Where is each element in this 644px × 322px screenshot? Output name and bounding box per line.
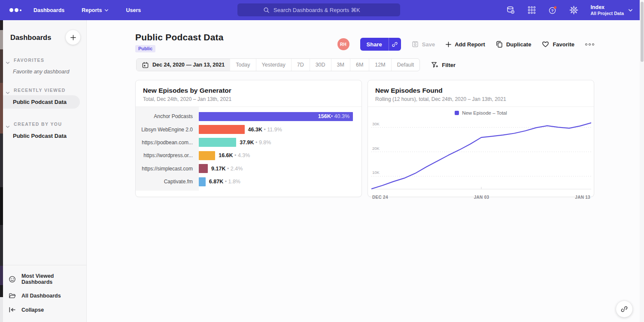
save-icon [412,41,419,48]
chevron-down-icon [6,58,10,62]
plus-icon [446,42,451,47]
x-axis-tick-label: DEC 24 [372,195,388,200]
gear-icon[interactable] [569,6,578,15]
nav-item-users[interactable]: Users [126,7,141,13]
bar-percent: • 4.3% [233,152,250,158]
footer-item-all-dashboards[interactable]: All Dashboards [0,289,86,303]
bar-percent: • 1.8% [223,179,240,185]
help-icon[interactable]: ? [548,6,557,15]
project-switcher[interactable]: Index All Project Data [590,4,633,16]
bar-row-https-podbean-com: https://podbean.com...37.9K • 9.8% [136,136,361,149]
public-badge: Public [135,45,155,52]
bar-card-title: New Episodes by Generator [143,87,354,94]
sliver-segment [0,134,3,187]
app-logo[interactable] [9,8,21,12]
bar-fill[interactable] [199,177,206,186]
collapse-icon [9,306,16,313]
line-series[interactable] [371,123,591,189]
bar-track: 46.3K • 11.9% [199,125,361,134]
logo-dot [20,9,21,11]
x-axis-labels: DEC 24JAN 03JAN 13 [368,193,594,200]
footer-item-label: Collapse [21,307,44,313]
date-preset-default[interactable]: Default [391,59,420,71]
nav-item-reports[interactable]: Reports [82,7,109,13]
bar-fill[interactable]: 156K • 40.3% [199,112,353,121]
bar-fill[interactable] [199,138,236,147]
date-preset-30d[interactable]: 30D [310,59,331,71]
section-header-created-by-you[interactable]: CREATED BY YOU [0,122,86,127]
date-preset-yesterday[interactable]: Yesterday [256,59,291,71]
calendar-icon [142,62,149,68]
date-preset-3m[interactable]: 3M [331,59,350,71]
bar-percent: • 9.8% [254,140,271,146]
notification-badge [554,6,557,9]
search-input[interactable] [273,7,374,13]
bar-track: 16.6K • 4.3% [199,151,361,160]
save-button[interactable]: Save [412,41,435,48]
apps-grid-icon[interactable] [527,6,536,15]
bar-label: https://simplecast.com [136,166,199,172]
legend-swatch [455,111,459,115]
filter-icon [431,61,438,68]
background-window-sliver [0,20,3,322]
bar-chart-card: New Episodes by Generator Total, Dec 24t… [135,80,362,197]
bar-value: 156K [318,113,331,119]
bar-percent: • 40.3% [331,113,349,119]
nav-item-dashboards[interactable]: Dashboards [33,7,64,13]
bar-row-https-wordpress-or: https://wordpress.or...16.6K • 4.3% [136,149,361,162]
date-range-segmented-control: Dec 24, 2020 — Jan 13, 2021 TodayYesterd… [136,58,420,71]
filter-button[interactable]: Filter [431,61,456,68]
sidebar-item-public-podcast-data[interactable]: Public Podcast Data [0,129,86,143]
add-report-button[interactable]: Add Report [446,41,485,48]
share-link-button[interactable] [389,38,401,51]
section-label: FAVORITES [14,58,44,63]
bar-fill[interactable] [199,151,215,160]
duplicate-button[interactable]: Duplicate [496,41,532,48]
scrollbar-thumb[interactable] [641,2,644,62]
bar-card-subtitle: Total, Dec 24th, 2020 – Jan 13th, 2021 [143,96,354,102]
global-search[interactable] [237,3,400,16]
date-preset-12m[interactable]: 12M [369,59,391,71]
bar-row-anchor-podcasts: Anchor Podcasts156K • 40.3% [136,110,361,123]
date-preset-7d[interactable]: 7D [291,59,310,71]
section-header-recently-viewed[interactable]: RECENTLY VIEWED [0,88,86,93]
avatar[interactable]: RH [337,38,349,50]
line-chart-card: New Episodes Found Rolling (12 hours), t… [368,80,594,197]
chevron-down-icon [6,122,10,126]
section-label: RECENTLY VIEWED [14,88,66,93]
search-icon [263,7,270,13]
bar-percent: • 2.4% [225,166,243,172]
sliver-segment [0,20,3,30]
bar-value-label: 37.9K • 9.8% [240,140,271,146]
share-button[interactable]: Share [360,38,389,51]
project-name: Index [590,4,624,11]
bar-track: 156K • 40.3% [199,112,361,121]
bar-label: https://wordpress.or... [136,152,199,158]
bar-fill[interactable] [199,164,208,173]
date-preset-today[interactable]: Today [230,59,255,71]
bar-value: 9.17K [211,166,225,172]
data-source-icon[interactable] [506,6,515,15]
more-options-button[interactable] [585,43,594,46]
page-scrollbar[interactable] [640,0,644,322]
bar-value-label: 46.3K • 11.9% [248,127,282,133]
bar-track: 37.9K • 9.8% [199,138,361,147]
footer-item-most-viewed-dashboards[interactable]: Most Viewed Dashboards [0,270,86,289]
share-button-group: Share [360,38,401,51]
page-title: Public Podcast Data [135,32,224,43]
section-header-favorites[interactable]: FAVORITES [0,58,86,63]
favorite-button[interactable]: Favorite [542,41,574,48]
add-dashboard-button[interactable] [66,30,80,45]
date-range-button[interactable]: Dec 24, 2020 — Jan 13, 2021 [137,59,230,71]
chevron-down-icon [628,9,633,12]
sliver-segment [0,49,3,83]
bar-track: 6.87K • 1.8% [199,177,361,186]
date-preset-6m[interactable]: 6M [350,59,369,71]
sidebar-item-public-podcast-data[interactable]: Public Podcast Data [0,95,80,109]
sliver-segment [0,297,3,322]
bar-fill[interactable] [199,125,245,134]
bar-value-label: 16.6K • 4.3% [219,152,250,158]
y-axis-tick-label: 10K [372,170,380,175]
footer-item-collapse[interactable]: Collapse [0,303,86,317]
floating-link-button[interactable] [616,301,632,317]
